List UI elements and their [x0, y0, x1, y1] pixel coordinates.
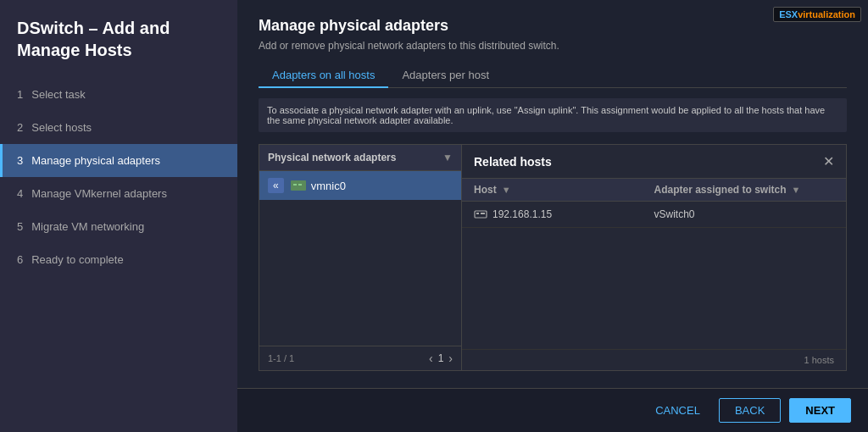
sidebar-item-label-2: Select hosts [31, 121, 92, 134]
page-subtitle: Add or remove physical network adapters … [259, 40, 847, 52]
related-host-row[interactable]: 192.168.1.15 vSwitch0 [462, 202, 846, 228]
host-filter-icon[interactable]: ▼ [502, 185, 511, 195]
cancel-button[interactable]: CANCEL [645, 399, 710, 422]
sidebar-item-ready[interactable]: 6 Ready to complete [0, 243, 237, 276]
related-table-header: Host ▼ Adapter assigned to switch ▼ [462, 179, 846, 202]
sidebar-item-label-3: Manage physical adapters [31, 154, 160, 167]
next-button[interactable]: NEXT [789, 398, 851, 423]
sidebar-item-label-4: Manage VMkernel adapters [31, 187, 167, 200]
related-hosts-title: Related hosts [474, 155, 552, 169]
adapter-row-vmnic0[interactable]: « vmnic0 [259, 171, 461, 200]
svg-rect-2 [298, 184, 302, 186]
page-title: Manage physical adapters [259, 17, 847, 35]
adapters-panel-title: Physical network adapters [268, 152, 396, 163]
adapter-filter-icon[interactable]: ▼ [792, 185, 801, 195]
tables-area: Physical network adapters ▼ « vmnic [259, 144, 847, 371]
col-host-label: Host [474, 184, 497, 196]
svg-rect-4 [476, 213, 479, 214]
host-value: 192.168.1.15 [474, 208, 654, 220]
adapters-panel: Physical network adapters ▼ « vmnic [259, 144, 462, 371]
step-1-number: 1 [17, 88, 23, 101]
step-5-number: 5 [17, 220, 23, 233]
sidebar-item-label-6: Ready to complete [31, 253, 123, 266]
tab-adapters-per-host[interactable]: Adapters per host [388, 64, 503, 88]
sidebar-item-manage-physical[interactable]: 3 Manage physical adapters [0, 144, 237, 177]
back-button[interactable]: BACK [719, 398, 781, 423]
sidebar-title: DSwitch – Add andManage Hosts [0, 17, 237, 78]
sidebar: DSwitch – Add andManage Hosts 1 Select t… [0, 0, 237, 432]
pagination-next[interactable]: › [448, 352, 453, 365]
col-adapter-label: Adapter assigned to switch [654, 184, 787, 196]
col-host-header: Host ▼ [474, 184, 654, 196]
svg-rect-1 [293, 184, 297, 186]
host-icon [474, 209, 487, 219]
step-3-number: 3 [17, 154, 23, 167]
adapter-value: vSwitch0 [654, 208, 835, 220]
pagination-page: 1 [438, 352, 444, 364]
related-hosts-close-button[interactable]: ✕ [823, 153, 834, 169]
step-6-number: 6 [17, 253, 23, 266]
related-hosts-panel: Related hosts ✕ Host ▼ Adapter assigned … [462, 144, 847, 371]
related-hosts-header: Related hosts ✕ [462, 145, 846, 179]
pagination-controls: ‹ 1 › [429, 352, 453, 365]
watermark: ESXvirtualization [773, 7, 861, 22]
filter-icon[interactable]: ▼ [442, 152, 453, 163]
sidebar-item-manage-vmkernel[interactable]: 4 Manage VMkernel adapters [0, 177, 237, 210]
sidebar-item-migrate-vm[interactable]: 5 Migrate VM networking [0, 210, 237, 243]
sidebar-item-label-1: Select task [31, 88, 86, 101]
sidebar-item-select-task[interactable]: 1 Select task [0, 78, 237, 111]
footer: CANCEL BACK NEXT [237, 388, 868, 432]
sidebar-item-label-5: Migrate VM networking [31, 220, 144, 233]
tab-adapters-all-hosts[interactable]: Adapters on all hosts [259, 64, 388, 88]
tab-bar: Adapters on all hosts Adapters per host [259, 64, 847, 88]
hosts-count: 1 hosts [462, 349, 846, 370]
sidebar-item-select-hosts[interactable]: 2 Select hosts [0, 111, 237, 144]
step-4-number: 4 [17, 187, 23, 200]
svg-rect-5 [481, 213, 485, 214]
pagination-range: 1-1 / 1 [268, 353, 294, 363]
step-2-number: 2 [17, 121, 23, 134]
host-ip: 192.168.1.15 [492, 208, 552, 220]
adapters-panel-header: Physical network adapters ▼ [259, 145, 461, 171]
adapter-name-vmnic0: vmnic0 [311, 180, 346, 192]
assign-uplink-button[interactable]: « [268, 178, 284, 193]
info-text: To associate a physical network adapter … [259, 98, 847, 132]
pagination-bar: 1-1 / 1 ‹ 1 › [259, 346, 461, 370]
pagination-prev[interactable]: ‹ [429, 352, 433, 365]
nic-icon [291, 180, 306, 191]
content-area: Manage physical adapters Add or remove p… [237, 0, 868, 388]
col-adapter-header: Adapter assigned to switch ▼ [654, 184, 835, 196]
